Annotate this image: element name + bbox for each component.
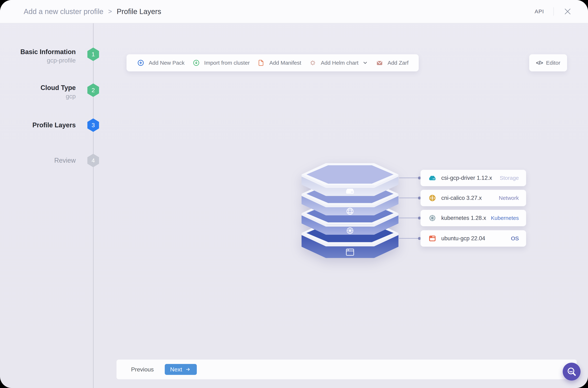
editor-button[interactable]: </> Editor xyxy=(529,54,567,72)
import-download-icon xyxy=(192,59,200,67)
storage-drive-icon xyxy=(428,174,436,182)
connector-os xyxy=(399,238,419,239)
kubernetes-wheel-icon xyxy=(428,214,436,222)
next-label: Next xyxy=(170,366,182,373)
breadcrumb[interactable]: Add a new cluster profile xyxy=(24,7,103,16)
tool-label: Add Manifest xyxy=(269,60,301,66)
stepper-line xyxy=(93,23,93,388)
step-title: Cloud Type xyxy=(0,84,76,92)
step-number: 1 xyxy=(91,51,95,58)
layer-card-os[interactable]: ubuntu-gcp 22.04 OS xyxy=(421,230,526,247)
footer-bar: Previous Next xyxy=(116,360,577,379)
layer-type-badge: Storage xyxy=(500,175,519,181)
layer-type-badge: Kubernetes xyxy=(491,215,519,221)
cluster-profile-wizard-window: Add a new cluster profile > Profile Laye… xyxy=(0,0,588,388)
chevron-down-icon xyxy=(362,60,368,66)
storage-drive-icon xyxy=(346,189,354,194)
manifest-file-icon xyxy=(257,59,265,67)
zarf-package-icon xyxy=(376,59,384,67)
page-title: Profile Layers xyxy=(117,7,161,16)
step-badge-2[interactable]: 2 xyxy=(87,83,99,97)
layer-type-badge: Network xyxy=(499,195,519,201)
layer-name: ubuntu-gcp 22.04 xyxy=(441,235,485,242)
layer-card-kubernetes[interactable]: kubernetes 1.28.x Kubernetes xyxy=(421,210,526,226)
arrow-right-icon xyxy=(185,367,191,372)
os-window-icon xyxy=(428,234,436,243)
tool-label: Import from cluster xyxy=(204,60,250,66)
step-cloud-type[interactable]: Cloud Type gcp xyxy=(0,84,76,100)
close-icon xyxy=(564,8,571,15)
add-zarf-button[interactable]: Add Zarf xyxy=(376,59,408,67)
kubernetes-wheel-icon xyxy=(347,228,353,234)
breadcrumb-chevron-icon: > xyxy=(108,8,112,15)
connector-network xyxy=(399,198,419,198)
step-subtitle: gcp-profile xyxy=(0,56,76,65)
step-badge-3[interactable]: 3 xyxy=(87,118,99,132)
add-helm-chart-button[interactable]: Add Helm chart xyxy=(309,59,368,67)
add-manifest-button[interactable]: Add Manifest xyxy=(257,59,301,67)
layer-name: cni-calico 3.27.x xyxy=(441,195,482,201)
layers-toolbar: Add New Pack Import from cluster Add Man… xyxy=(127,54,419,72)
search-fab-button[interactable] xyxy=(563,363,581,381)
step-number: 2 xyxy=(91,87,95,94)
close-button[interactable] xyxy=(563,7,572,16)
layer-name: csi-gcp-driver 1.12.x xyxy=(441,175,492,181)
step-profile-layers[interactable]: Profile Layers xyxy=(0,121,76,129)
tool-label: Add New Pack xyxy=(149,60,185,66)
step-number: 3 xyxy=(91,122,95,129)
step-title: Profile Layers xyxy=(0,121,76,129)
layer-card-network[interactable]: cni-calico 3.27.x Network xyxy=(421,190,526,206)
connector-storage xyxy=(399,178,419,178)
stack-layer-storage[interactable] xyxy=(302,163,399,196)
layer-card-storage[interactable]: csi-gcp-driver 1.12.x Storage xyxy=(421,170,526,186)
step-review[interactable]: Review xyxy=(0,156,76,165)
magnifier-smile-icon xyxy=(566,366,577,377)
header: Add a new cluster profile > Profile Laye… xyxy=(0,0,588,23)
step-subtitle: gcp xyxy=(0,92,76,100)
helm-icon xyxy=(309,59,317,67)
next-button[interactable]: Next xyxy=(165,364,197,375)
plus-circle-icon xyxy=(137,59,145,67)
previous-button[interactable]: Previous xyxy=(131,366,154,373)
import-from-cluster-button[interactable]: Import from cluster xyxy=(192,59,250,67)
step-basic-information[interactable]: Basic Information gcp-profile xyxy=(0,48,76,65)
step-number: 4 xyxy=(91,157,95,164)
layer-name: kubernetes 1.28.x xyxy=(441,215,486,221)
header-actions: API xyxy=(535,7,572,16)
globe-icon xyxy=(428,194,436,202)
step-title: Review xyxy=(0,156,76,165)
tool-label: Add Helm chart xyxy=(321,60,359,66)
api-link[interactable]: API xyxy=(535,8,544,15)
connector-kubernetes xyxy=(399,218,419,218)
app-screen: Add a new cluster profile > Profile Laye… xyxy=(0,0,588,388)
step-badge-1[interactable]: 1 xyxy=(87,48,99,61)
step-badge-4[interactable]: 4 xyxy=(87,154,99,167)
editor-label: Editor xyxy=(546,60,560,66)
tool-label: Add Zarf xyxy=(387,60,408,66)
code-icon: </> xyxy=(536,60,543,66)
layer-stack-visualization xyxy=(299,161,408,260)
step-title: Basic Information xyxy=(0,48,76,56)
header-divider xyxy=(553,7,554,16)
layer-type-badge: OS xyxy=(511,235,519,242)
add-new-pack-button[interactable]: Add New Pack xyxy=(137,59,185,67)
